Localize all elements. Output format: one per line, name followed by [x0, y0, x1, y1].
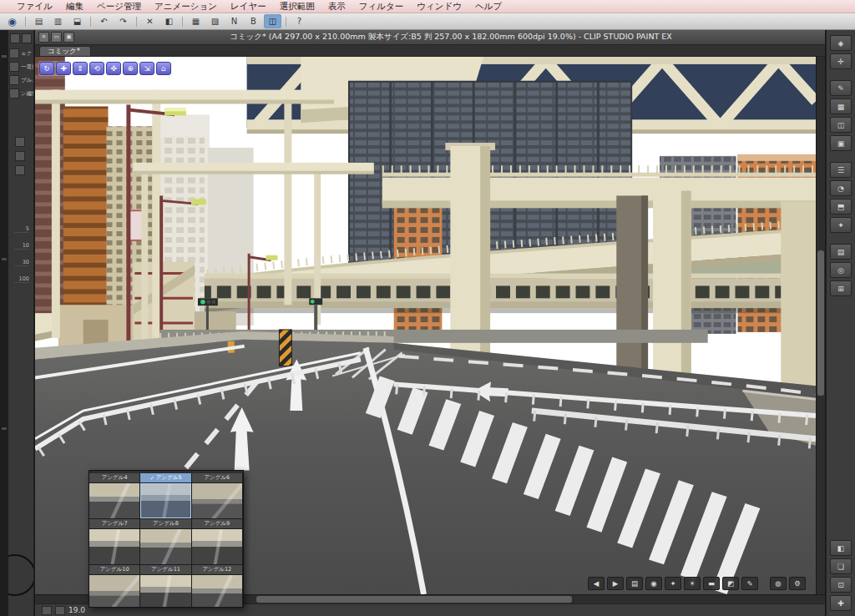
ruler-icon[interactable]: ▨	[206, 14, 224, 28]
menu-window[interactable]: ウィンドウ	[410, 1, 468, 13]
menu-animation[interactable]: アニメーション	[148, 1, 224, 13]
edit-object-icon[interactable]: ✎	[741, 577, 758, 590]
model-rotate-icon[interactable]: ⊕	[123, 62, 138, 75]
tool-item-table[interactable]: ブル...	[8, 72, 33, 85]
angle-item[interactable]: アングル7	[89, 519, 140, 565]
menu-file[interactable]: ファイル	[10, 1, 59, 13]
angle-item[interactable]: ✓アングル5	[140, 473, 191, 519]
add-panel-icon[interactable]: ⊞	[830, 280, 852, 296]
angle-thumbnail[interactable]	[140, 483, 190, 518]
angle-thumbnail[interactable]	[140, 575, 190, 608]
clear-icon[interactable]: ✕	[141, 14, 159, 28]
light-source-icon[interactable]: ☀	[684, 577, 701, 590]
camera-rotate-icon[interactable]: ↻	[39, 62, 54, 75]
brush-size-item[interactable]: 10	[14, 242, 29, 250]
sub-view-icon[interactable]: ◫	[830, 117, 852, 133]
angle-thumbnail[interactable]	[192, 529, 242, 564]
add-icon[interactable]: ✚	[830, 595, 852, 611]
subtool-icon[interactable]	[15, 137, 25, 147]
camera-zoom-icon[interactable]: ⇕	[73, 62, 88, 75]
grid-icon[interactable]: ▦	[187, 14, 205, 28]
tool-icon[interactable]	[10, 33, 20, 43]
pen-settings-icon[interactable]: ✎	[830, 80, 852, 96]
angle-item[interactable]: アングル4	[89, 473, 140, 519]
pose-icon[interactable]: ✦	[665, 577, 681, 590]
tool-item-layer-select[interactable]: 一選択	[8, 58, 33, 72]
undo-icon[interactable]: ↶	[95, 14, 113, 28]
angle-thumbnail[interactable]	[89, 483, 139, 518]
angle-item[interactable]: アングル9	[192, 519, 243, 565]
camera-roll-icon[interactable]: ⟲	[89, 62, 104, 75]
menu-filter[interactable]: フィルター	[352, 1, 410, 13]
restore-icon[interactable]: ▣	[63, 32, 74, 43]
brush-size-item[interactable]: 30	[14, 259, 29, 266]
angle-list-icon[interactable]: ▤	[626, 577, 643, 590]
panel-grip[interactable]	[2, 427, 7, 430]
zoom-reset-icon[interactable]	[55, 606, 65, 615]
horizontal-scrollbar-thumb[interactable]	[256, 596, 572, 603]
material-3d-icon[interactable]: ⊡	[830, 577, 852, 593]
angle-thumbnail[interactable]	[89, 529, 139, 564]
brush-size-item[interactable]: 5	[14, 225, 29, 233]
ground-plane-icon[interactable]: ▬	[703, 577, 720, 590]
angle-thumbnail[interactable]	[89, 575, 139, 608]
redo-icon[interactable]: ↷	[114, 14, 132, 28]
menu-selection[interactable]: 選択範囲	[273, 1, 321, 13]
open-file-icon[interactable]: ▥	[49, 14, 67, 28]
menu-edit[interactable]: 編集	[59, 1, 90, 13]
layers-icon[interactable]: ▣	[830, 135, 852, 151]
angle-thumbnail[interactable]	[192, 575, 242, 608]
color-wheel[interactable]	[8, 554, 34, 596]
render-quality-icon[interactable]: ◍	[770, 577, 787, 590]
grid-panel-icon[interactable]: ▦	[830, 98, 852, 114]
frame-panel-icon[interactable]: ❏	[830, 558, 852, 574]
quick-access-icon[interactable]: ◈	[830, 35, 852, 51]
gradient-icon[interactable]: ⬒	[830, 199, 852, 215]
angle-thumbnail[interactable]	[140, 529, 190, 564]
menu-help[interactable]: ヘルプ	[468, 1, 508, 13]
texture-icon[interactable]: ◩	[722, 577, 739, 590]
tool-item-edit[interactable]: ン編集	[8, 85, 33, 98]
favorites-icon[interactable]: ✦	[830, 217, 852, 233]
tab-comic[interactable]: コミック*	[39, 46, 91, 56]
camera-reset-icon[interactable]: ⌂	[156, 62, 171, 75]
panel-menu-icon[interactable]: ☰	[830, 162, 852, 178]
menu-layer[interactable]: レイヤー	[224, 1, 273, 13]
tool-icon[interactable]	[22, 33, 32, 43]
panel-grip[interactable]	[2, 258, 7, 260]
materials-icon[interactable]: ✛	[830, 53, 852, 69]
brush-size-item[interactable]: 100	[14, 275, 29, 283]
angle-item[interactable]: アングル6	[192, 473, 243, 519]
help-icon[interactable]: ?	[291, 14, 308, 28]
camera-view-icon[interactable]: ◉	[645, 577, 662, 590]
angle-thumbnail[interactable]	[192, 483, 242, 518]
fit-window-icon[interactable]	[42, 606, 52, 615]
item-list-icon[interactable]: ▤	[830, 244, 852, 260]
model-move-icon[interactable]: ✜	[106, 62, 121, 75]
angle-item[interactable]: アングル10	[89, 565, 140, 608]
history-icon[interactable]: ◔	[830, 180, 852, 196]
prev-angle-icon[interactable]: ◀	[588, 577, 605, 590]
minimize-icon[interactable]: ▭	[51, 32, 62, 43]
special-ruler-icon[interactable]: ◫	[264, 14, 281, 28]
navigator-icon[interactable]: ◎	[830, 262, 852, 278]
angle-item[interactable]: アングル11	[140, 565, 191, 608]
menu-page[interactable]: ページ管理	[90, 1, 148, 13]
vertical-scrollbar[interactable]	[816, 57, 825, 594]
object-settings-icon[interactable]: ⚙	[789, 577, 806, 590]
new-canvas-icon[interactable]: ▤	[30, 14, 48, 28]
camera-pan-icon[interactable]: ✚	[56, 62, 71, 75]
fill-icon[interactable]: ◧	[160, 14, 178, 28]
panel-grip[interactable]	[2, 55, 7, 58]
tool-item-object[interactable]: ェクト	[8, 45, 33, 58]
close-icon[interactable]: ✕	[38, 32, 49, 43]
next-angle-icon[interactable]: ▶	[607, 577, 624, 590]
subtool-icon[interactable]	[15, 151, 25, 161]
model-scale-icon[interactable]: ⇲	[139, 62, 154, 75]
snap-normal-icon[interactable]: N	[225, 14, 243, 28]
menu-view[interactable]: 表示	[321, 1, 352, 13]
snap-special-icon[interactable]: B	[245, 14, 262, 28]
tone-panel-icon[interactable]: ◧	[830, 540, 852, 556]
zoom-value[interactable]: 19.0	[68, 606, 85, 614]
angle-item[interactable]: アングル12	[192, 565, 243, 608]
